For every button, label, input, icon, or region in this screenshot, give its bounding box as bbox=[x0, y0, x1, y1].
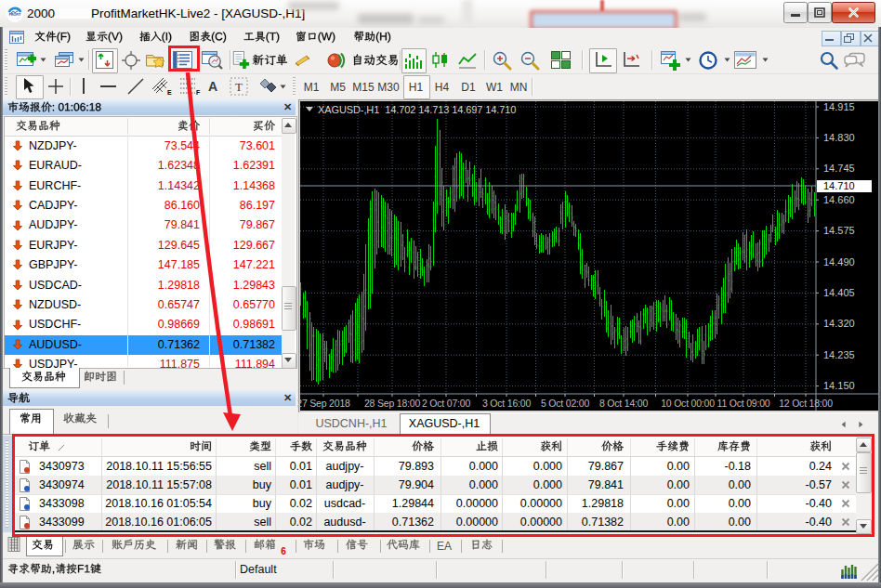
svg-text:E: E bbox=[167, 89, 172, 96]
svg-text:PROFIT: PROFIT bbox=[9, 13, 21, 17]
